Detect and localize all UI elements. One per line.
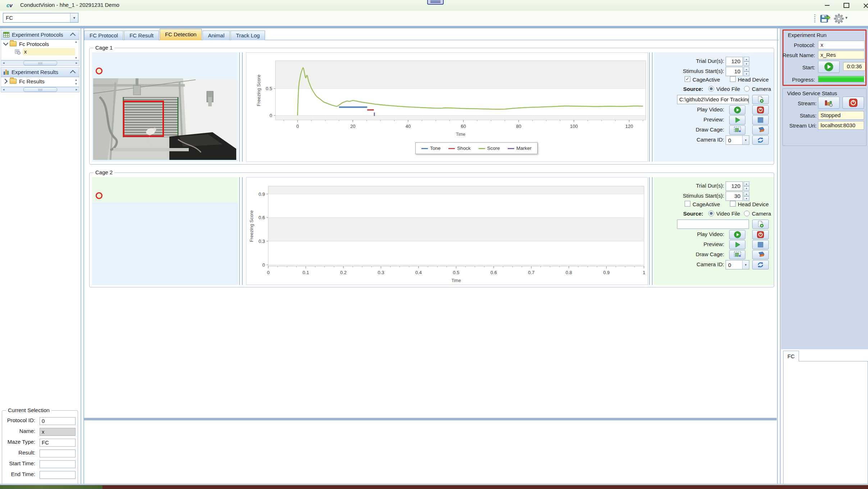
name-field[interactable]: x [40, 428, 76, 436]
cage2-video-chart-splitter[interactable] [239, 177, 243, 285]
expander-right-icon[interactable] [3, 79, 8, 84]
cage2-camera-id-combobox[interactable]: 0 ▼ [726, 260, 749, 269]
cage1-refresh-cameras-button[interactable] [752, 135, 769, 145]
cage2-preview-start-button[interactable] [729, 240, 745, 249]
spin-down-icon[interactable]: ▼ [744, 71, 749, 76]
expander-down-icon[interactable] [3, 41, 8, 46]
cage1-stop-video-button[interactable] [752, 105, 769, 115]
results-tree-vscrollbar[interactable]: ▲ ▼ [73, 78, 79, 86]
close-button[interactable] [858, 1, 868, 9]
result-field[interactable] [40, 449, 76, 457]
cage2-headdevice-checkbox[interactable] [730, 201, 736, 207]
right-splitter[interactable] [777, 28, 781, 485]
cage2-stimulus-start-input[interactable]: 30 [726, 192, 743, 201]
toolbar-grip-handle[interactable] [814, 14, 816, 23]
cage1-browse-video-button[interactable] [752, 95, 769, 104]
cage2-freezing-chart[interactable]: 00.30.60.900.10.20.30.40.50.60.70.80.91T… [246, 177, 648, 285]
cage1-preview-stop-button[interactable] [752, 115, 769, 125]
spin-up-icon[interactable]: ▲ [744, 181, 749, 186]
cage2-preview-stop-button[interactable] [752, 240, 769, 249]
cage2-play-video-button[interactable] [729, 230, 745, 239]
results-panel-header[interactable]: Experiment Results [1, 67, 79, 77]
cage1-trial-dur-input[interactable]: 120 [726, 57, 743, 66]
cage2-draw-cage-button[interactable] [729, 250, 745, 259]
cage1-stimulus-start-input[interactable]: 10 [726, 67, 743, 76]
cage1-video-path-input[interactable]: C:\github2\Video For Tracking [677, 95, 749, 104]
protocols-tree-hscrollbar[interactable]: ◄ ► [1, 60, 79, 66]
cage1-video-chart-splitter[interactable] [239, 52, 243, 162]
cage2-source-videofile-radio[interactable] [708, 211, 714, 216]
result-name-field[interactable]: x_Res [818, 51, 865, 59]
minimize-button[interactable] [819, 1, 835, 9]
spin-up-icon[interactable]: ▲ [744, 192, 749, 196]
protocols-tree-vscrollbar[interactable]: ▲ ▼ [73, 40, 79, 60]
protocol-field[interactable]: x [818, 41, 865, 49]
start-time-field[interactable] [40, 460, 76, 468]
scroll-right-icon[interactable]: ► [75, 88, 78, 91]
tab-animal[interactable]: Animal [202, 31, 230, 40]
cage2-chart-controls-splitter[interactable] [649, 177, 653, 285]
save-button[interactable] [818, 11, 832, 26]
scroll-up-icon[interactable]: ▲ [75, 40, 78, 43]
cage1-camera-id-combobox[interactable]: 0 ▼ [726, 135, 749, 145]
cage2-refresh-cameras-button[interactable] [752, 260, 769, 269]
cage2-trial-dur-spinner[interactable]: ▲ ▼ [744, 181, 749, 191]
maximize-button[interactable] [839, 1, 854, 9]
maze-type-combobox[interactable]: FC ▼ [3, 13, 78, 23]
scrollbar-thumb[interactable] [23, 87, 57, 92]
tab-fc-detection[interactable]: FC Detection [160, 29, 202, 40]
cage1-stimulus-spinner[interactable]: ▲ ▼ [744, 67, 749, 76]
maze-type-field[interactable]: FC [40, 439, 76, 447]
cage2-cageactive-checkbox[interactable] [685, 201, 690, 207]
spin-up-icon[interactable]: ▲ [744, 57, 749, 61]
toolbar-overflow-button[interactable]: ▼ [845, 16, 848, 20]
cage1-play-video-button[interactable] [729, 105, 745, 115]
cage2-browse-video-button[interactable] [752, 220, 769, 229]
scrollbar-thumb[interactable] [23, 61, 57, 65]
tree-node-fc-protocols[interactable]: Fc Protocols [1, 40, 79, 48]
cage2-source-camera-radio[interactable] [744, 211, 750, 216]
stream-service-button[interactable] [818, 97, 840, 109]
cage1-video-frame[interactable] [93, 78, 236, 160]
cage2-trial-dur-input[interactable]: 120 [726, 181, 743, 191]
bottom-fc-tab[interactable]: FC [783, 351, 799, 361]
scroll-up-icon[interactable]: ▲ [75, 78, 78, 82]
end-time-field[interactable] [40, 471, 76, 479]
start-experiment-button[interactable] [818, 61, 840, 73]
cage1-draw-cage-button[interactable] [729, 125, 745, 135]
cage1-source-videofile-radio[interactable] [708, 86, 714, 92]
tab-fc-protocol[interactable]: FC Protocol [84, 31, 123, 40]
scroll-down-icon[interactable]: ▼ [75, 82, 78, 86]
cage1-source-camera-radio[interactable] [744, 86, 750, 92]
tree-node-fc-results[interactable]: Fc Results [1, 77, 79, 85]
screen-overlay-handle[interactable] [427, 0, 444, 5]
tab-fc-result[interactable]: FC Result [124, 31, 159, 40]
cage1-cageactive-checkbox[interactable]: ✓ [685, 76, 690, 82]
content-bottom-splitter[interactable] [84, 418, 779, 420]
scroll-right-icon[interactable]: ► [75, 61, 78, 65]
spin-up-icon[interactable]: ▲ [744, 67, 749, 71]
spin-down-icon[interactable]: ▼ [744, 61, 749, 66]
protocols-panel-header[interactable]: Experiment Protocols [1, 30, 79, 40]
stream-uri-field[interactable]: localhost:8030 [818, 121, 864, 130]
cage1-chart-controls-splitter[interactable] [649, 52, 653, 162]
cage1-erase-cage-button[interactable] [752, 125, 769, 135]
settings-button[interactable] [832, 11, 846, 26]
tree-node-protocol-x[interactable]: x [1, 48, 79, 56]
collapse-icon[interactable] [70, 70, 76, 76]
cage1-headdevice-checkbox[interactable] [730, 76, 736, 82]
results-tree-hscrollbar[interactable]: ◄ ► [1, 87, 79, 92]
scroll-left-icon[interactable]: ◄ [2, 88, 5, 91]
protocol-id-field[interactable]: 0 [40, 417, 76, 425]
combobox-arrow-button[interactable]: ▼ [70, 13, 78, 22]
cage2-stimulus-spinner[interactable]: ▲ ▼ [744, 192, 749, 201]
cage1-trial-dur-spinner[interactable]: ▲ ▼ [744, 57, 749, 66]
cage2-erase-cage-button[interactable] [752, 250, 769, 259]
tab-track-log[interactable]: Track Log [230, 31, 265, 40]
scroll-left-icon[interactable]: ◄ [2, 61, 5, 65]
stream-power-button[interactable] [842, 97, 864, 109]
left-splitter[interactable] [80, 28, 84, 485]
collapse-icon[interactable] [70, 33, 76, 38]
cage2-video-path-input[interactable] [677, 220, 749, 229]
cage2-stop-video-button[interactable] [752, 230, 769, 239]
